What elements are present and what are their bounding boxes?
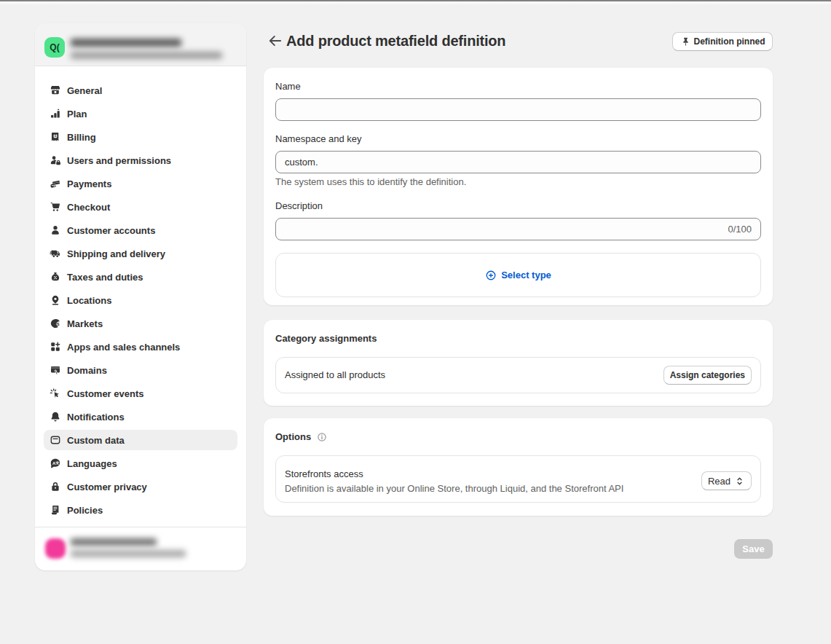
svg-text:$: $ <box>55 133 57 138</box>
svg-text:$: $ <box>57 321 60 326</box>
svg-text:A: A <box>52 460 56 466</box>
